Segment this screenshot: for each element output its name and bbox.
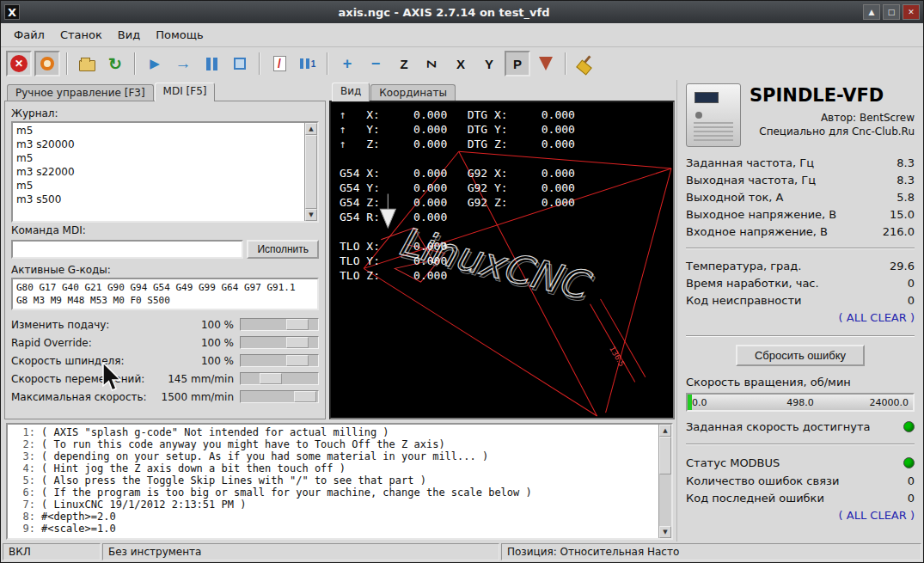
optional-pause-icon: 1 [300, 58, 316, 69]
jog-speed-slider[interactable] [240, 372, 319, 385]
tab-manual-control[interactable]: Ручное управление [F3] [7, 84, 154, 101]
control-panel: Ручное управление [F3] MDI [F5] Журнал: … [4, 82, 326, 419]
power-icon [40, 57, 54, 70]
modbus-status-row: Статус MODBUS [686, 453, 915, 472]
log-scrollbar[interactable]: ▲ ▼ [304, 123, 317, 221]
gcode-scrollbar[interactable]: ▲ ▼ [658, 425, 671, 538]
play-icon: ▶ [150, 56, 160, 71]
toggle-optional-pause-button[interactable]: 1 [295, 51, 321, 76]
at-speed-row: Заданная скорость достигнута [686, 417, 915, 436]
open-folder-icon [79, 60, 95, 71]
zoom-out-button[interactable]: − [363, 51, 389, 76]
broom-icon [577, 55, 594, 72]
mdi-history-list[interactable]: m5 m3 s20000 m5 m3 s22000 m5 m3 s500 ▲ ▼ [11, 121, 319, 223]
toolbar: ✕ ↻ ▶ → / 1 [1, 47, 923, 80]
toolbar-separator [259, 52, 260, 75]
log-label: Журнал: [11, 107, 319, 119]
rotate-view-button[interactable] [533, 51, 559, 76]
param-row-out-frequency: Выходная частота, Гц8.3 [686, 171, 915, 188]
slider-handle[interactable] [286, 337, 309, 348]
gcode-line[interactable]: 2:( To run this code anyway you might ha… [11, 438, 655, 450]
pause-button[interactable] [199, 51, 224, 76]
max-velocity-slider[interactable] [240, 390, 319, 403]
scroll-down-icon[interactable]: ▼ [659, 526, 671, 538]
menu-file[interactable]: Файл [6, 25, 52, 45]
reload-file-button[interactable]: ↻ [102, 51, 128, 76]
scrollbar-thumb[interactable] [659, 437, 671, 474]
slider-handle[interactable] [260, 373, 282, 384]
scroll-up-icon[interactable]: ▲ [305, 123, 317, 135]
window-title: axis.ngc - AXIS 2.7.14 on test_vfd [25, 6, 863, 19]
gcode-line[interactable]: 7:( LinuxCNC 19/1/2012 2:13:51 PM ) [11, 499, 655, 511]
param-row-last-error: Код последней ошибки0 [686, 489, 915, 506]
gcode-line[interactable]: 8:#<depth>=2.0 [11, 511, 655, 523]
tab-dro[interactable]: Координаты [370, 84, 456, 101]
reload-icon: ↻ [108, 56, 122, 72]
tab-preview[interactable]: Вид [332, 83, 370, 101]
reset-error-button[interactable]: Сбросить ошибку [736, 345, 865, 366]
view-perspective-button[interactable]: P [505, 51, 530, 76]
clear-plot-button[interactable] [572, 51, 598, 76]
spindle-override-slider[interactable] [240, 354, 319, 367]
shade-button[interactable]: ▲ [863, 4, 880, 20]
machine-power-status: ВКЛ [3, 543, 101, 560]
slider-handle[interactable] [294, 391, 316, 402]
window-menu-icon[interactable]: X [4, 4, 20, 20]
mdi-history-item[interactable]: m5 [16, 179, 301, 193]
active-gcodes-line: G8 M3 M9 M48 M53 M0 F0 S500 [16, 294, 314, 307]
gcode-line[interactable]: 6:( If the program is too big or small f… [11, 487, 655, 499]
feed-override-label: Изменить подачу: [11, 319, 158, 331]
toggle-skip-lines-button[interactable]: / [266, 51, 292, 76]
preview-canvas[interactable]: 136.5 LinuxCNC LinuxCNC ↑X: 0.000 DTG X:… [329, 101, 675, 419]
param-row-in-voltage: Входное напряжение, В216.0 [686, 223, 915, 240]
scrollbar-thumb[interactable] [305, 135, 317, 209]
run-from-line-button[interactable]: → [170, 51, 196, 76]
param-row-work-hours: Время наработки, час.0 [686, 274, 915, 291]
separator [686, 444, 915, 445]
gcode-line[interactable]: 4:( Hint jog the Z axis down a bit then … [11, 462, 655, 474]
mdi-history-item[interactable]: m3 s22000 [16, 165, 301, 179]
maximize-button[interactable]: □ [883, 4, 900, 20]
mdi-input[interactable] [11, 240, 243, 259]
view-z-rotated-button[interactable]: Z [419, 51, 445, 76]
close-button[interactable]: ✕ [903, 4, 920, 20]
menu-machine[interactable]: Станок [52, 25, 110, 45]
status-bar: ВКЛ Без инструмента Позиция: Относительн… [1, 542, 923, 562]
view-x-button[interactable]: X [448, 51, 474, 76]
tab-mdi[interactable]: MDI [F5] [155, 83, 216, 101]
execute-button[interactable]: Исполнить [247, 240, 319, 259]
gcode-line[interactable]: 5:( Also press the Toggle Skip Lines wit… [11, 474, 655, 487]
mdi-history-item[interactable]: m3 s500 [16, 193, 301, 206]
at-speed-led-icon [903, 421, 915, 432]
view-z-button[interactable]: Z [391, 51, 417, 76]
toolbar-separator [327, 52, 328, 75]
open-file-button[interactable] [74, 51, 100, 76]
menu-help[interactable]: Помощь [148, 25, 211, 45]
mdi-history-item[interactable]: m3 s20000 [16, 138, 301, 151]
view-y-button[interactable]: Y [476, 51, 502, 76]
feed-override-slider[interactable] [240, 318, 319, 331]
slider-handle[interactable] [286, 319, 309, 330]
menu-view[interactable]: Вид [110, 25, 148, 45]
mdi-history-item[interactable]: m5 [16, 124, 301, 138]
run-program-button[interactable]: ▶ [142, 51, 168, 76]
spindle-override-value: 100 % [158, 355, 234, 367]
scroll-down-icon[interactable]: ▼ [305, 209, 317, 221]
scroll-up-icon[interactable]: ▲ [659, 425, 671, 437]
spindle-speed-bar: 0.0 498.0 24000.0 [686, 393, 915, 412]
estop-button[interactable]: ✕ [6, 51, 32, 76]
gcode-line[interactable]: 9:#<scale>=1.0 [11, 523, 655, 535]
slider-handle[interactable] [286, 355, 309, 366]
zoom-in-button[interactable]: + [334, 51, 360, 76]
view-y-icon: Y [485, 57, 493, 71]
vfd-title: SPINDLE-VFD [750, 85, 915, 106]
machine-power-button[interactable] [34, 51, 60, 76]
param-row-out-current: Выходной ток, А5.8 [686, 188, 915, 205]
gcode-line[interactable]: 1:( AXIS "splash g-code" Not intended fo… [11, 426, 655, 438]
gcode-listing[interactable]: 1:( AXIS "splash g-code" Not intended fo… [6, 423, 673, 540]
rapid-override-slider[interactable] [240, 336, 319, 349]
mdi-history-item[interactable]: m5 [16, 151, 301, 165]
gcode-line[interactable]: 3:( depending on your setup. As if you h… [11, 450, 655, 462]
preview-tabbar: Вид Координаты [329, 82, 675, 101]
stop-button[interactable] [227, 51, 253, 76]
